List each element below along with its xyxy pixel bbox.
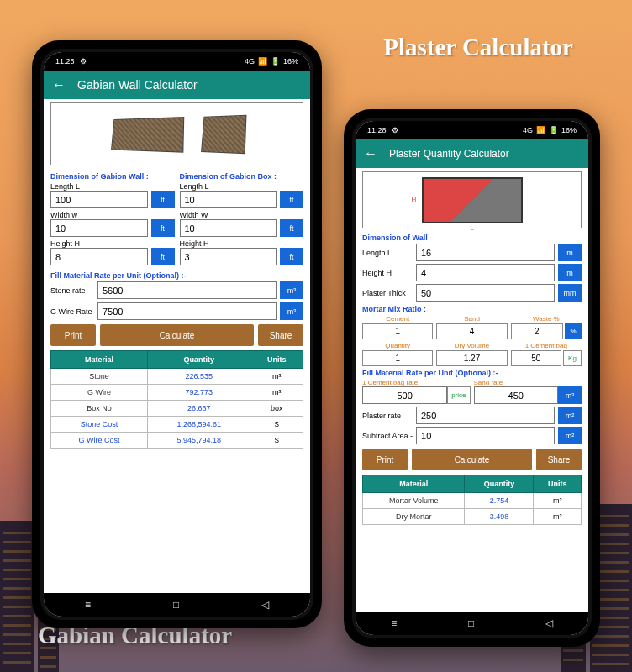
th-units: Units (534, 475, 582, 493)
plaster-rate-input[interactable]: 250 (416, 407, 555, 424)
height-input[interactable]: 4 (416, 264, 555, 281)
share-button[interactable]: Share (536, 449, 582, 470)
unit-button[interactable]: m² (558, 427, 582, 444)
box-width-input[interactable]: 10 (180, 219, 277, 237)
content: Dimension of Gabion Wall : Length L 100 … (44, 99, 310, 593)
section-mortar-title: Mortar Mix Ratio : (362, 305, 582, 313)
bag-unit: Kg (563, 350, 582, 366)
waste-input[interactable]: 2 (511, 323, 563, 339)
sand-rate-input[interactable]: 450 (474, 386, 559, 404)
sand-rate-label: Sand rate (474, 379, 582, 386)
qty-input[interactable]: 1 (362, 350, 433, 366)
status-time: 11:28 (367, 126, 387, 134)
gabion-diagram (50, 102, 303, 165)
wire-rate-label: G Wire Rate (50, 307, 94, 316)
phone-plaster: 11:28⚙ 4G📶🔋16% ← Plaster Quantity Calcul… (344, 109, 600, 647)
nav-home-icon[interactable]: □ (173, 599, 179, 611)
results-table: Material Quantity Units Mortar Volume2.7… (362, 475, 582, 525)
wall-height-input[interactable]: 8 (50, 248, 148, 265)
table-row: G Wire792.773m³ (51, 385, 303, 401)
wifi-icon: ⚙ (80, 57, 87, 66)
price-unit: price (447, 386, 470, 404)
cement-rate-input[interactable]: 500 (362, 386, 447, 404)
signal-icon: 4G (245, 57, 255, 66)
nav-recent-icon[interactable]: ≡ (391, 617, 397, 629)
app-title: Gabian Wall Calculator (77, 78, 198, 92)
table-row: Stone226.535m³ (51, 369, 303, 385)
app-bar: ← Plaster Quantity Calculator (356, 139, 588, 168)
stone-rate-label: Stone rate (50, 286, 94, 295)
nav-bar: ≡ □ ◁ (44, 593, 310, 617)
subtract-input[interactable]: 10 (416, 427, 555, 444)
unit-button[interactable]: mm (558, 284, 582, 302)
unit-button[interactable]: m (558, 244, 582, 261)
length-input[interactable]: 16 (416, 244, 555, 261)
unit-button[interactable]: m (558, 264, 582, 281)
table-row: Stone Cost1,268,594.61$ (51, 417, 303, 433)
box-length-label: Length L (180, 182, 304, 191)
box-height-label: Height H (180, 239, 304, 248)
cement-label: Cement (362, 315, 433, 323)
unit-button[interactable]: m³ (280, 302, 303, 320)
back-button[interactable]: ← (52, 77, 66, 92)
unit-button[interactable]: ft (151, 248, 175, 265)
calculate-button[interactable]: Calculate (412, 449, 532, 470)
nav-back-icon[interactable]: ◁ (261, 599, 269, 611)
waste-label: Waste % (511, 315, 582, 323)
th-units: Units (250, 351, 303, 369)
th-quantity: Quantity (465, 475, 534, 493)
unit-button[interactable]: m² (558, 407, 582, 424)
status-time: 11:25 (55, 57, 75, 66)
thick-input[interactable]: 50 (416, 284, 555, 302)
print-button[interactable]: Print (50, 324, 96, 346)
dry-input[interactable]: 1.27 (436, 350, 507, 366)
print-button[interactable]: Print (362, 449, 408, 470)
calculate-button[interactable]: Calculate (100, 324, 254, 346)
nav-back-icon[interactable]: ◁ (545, 617, 553, 629)
content: HL Dimension of Wall Length L 16 m Heigh… (356, 168, 588, 612)
table-row: Dry Mortar3.498m³ (363, 509, 582, 525)
unit-button[interactable]: ft (280, 219, 303, 237)
back-button[interactable]: ← (364, 146, 377, 161)
bag-label: 1 Cement bag (511, 342, 582, 349)
table-row: Box No26.667box (51, 401, 303, 417)
thick-label: Plaster Thick (362, 289, 413, 297)
subtract-label: Subtract Area - (362, 432, 413, 440)
nav-home-icon[interactable]: □ (468, 617, 474, 629)
box-height-input[interactable]: 3 (180, 248, 277, 265)
unit-button[interactable]: % (565, 323, 582, 339)
wall-width-input[interactable]: 10 (50, 219, 148, 237)
section-rate-title: Fill Material Rate per Unit (Optional) :… (362, 369, 582, 377)
wire-rate-input[interactable]: 7500 (97, 302, 276, 320)
unit-button[interactable]: m³ (280, 281, 303, 299)
phone-gabian: 11:25⚙ 4G📶🔋16% ← Gabian Wall Calculator … (32, 40, 322, 628)
unit-button[interactable]: ft (151, 219, 175, 237)
width-label: Width w (50, 211, 175, 219)
status-bar: 11:28⚙ 4G📶🔋16% (356, 121, 588, 139)
unit-button[interactable]: ft (280, 248, 303, 265)
unit-button[interactable]: ft (151, 191, 175, 208)
unit-button[interactable]: m³ (558, 386, 582, 404)
unit-button[interactable]: ft (280, 191, 303, 208)
dry-label: Dry Volume (436, 342, 507, 349)
nav-bar: ≡ □ ◁ (356, 612, 588, 635)
bag-input[interactable]: 50 (511, 350, 561, 366)
stone-rate-input[interactable]: 5600 (97, 281, 276, 299)
table-row: G Wire Cost5,945,794.18$ (51, 433, 303, 449)
section-rate-title: Fill Material Rate per Unit (Optional) :… (50, 271, 303, 280)
signal-bars-icon: 📶 (258, 57, 267, 66)
battery-icon: 🔋 (549, 126, 558, 134)
sand-input[interactable]: 4 (436, 323, 507, 339)
th-material: Material (51, 351, 148, 369)
share-button[interactable]: Share (258, 324, 303, 346)
box-length-input[interactable]: 10 (180, 191, 277, 208)
qty-label: Quantity (362, 342, 433, 349)
length-label: Length L (362, 249, 413, 257)
sand-label: Sand (436, 315, 507, 323)
table-row: Mortar Volume2.754m³ (363, 493, 582, 509)
app-title: Plaster Quantity Calculator (389, 148, 509, 160)
wall-length-input[interactable]: 100 (50, 191, 148, 208)
cement-input[interactable]: 1 (362, 323, 433, 339)
nav-recent-icon[interactable]: ≡ (85, 599, 91, 611)
results-table: Material Quantity Units Stone226.535m³ G… (50, 350, 303, 449)
